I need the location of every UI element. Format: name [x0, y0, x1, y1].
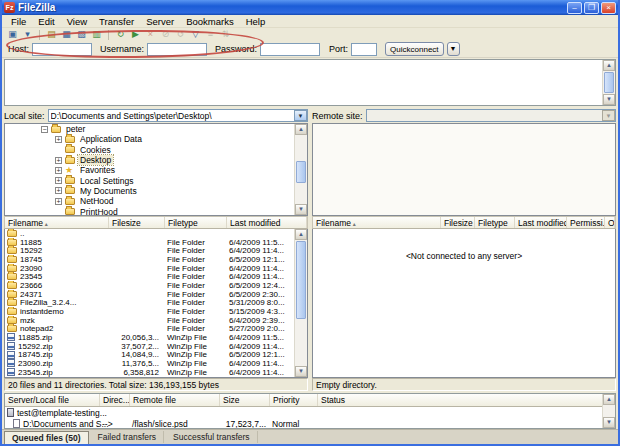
file-row[interactable]: 23666File Folder6/5/2009 12:4... [5, 281, 294, 290]
file-row[interactable]: 18745.zip14,084,9...WinZip File6/5/2009 … [5, 350, 294, 359]
close-button[interactable]: × [601, 2, 616, 14]
column-header-filename[interactable]: Filename ▴ [313, 217, 441, 228]
file-row[interactable]: notepad2File Folder5/27/2009 2:0... [5, 324, 294, 333]
column-header-permissi-[interactable]: Permissi... [567, 217, 605, 228]
file-row[interactable]: instantdemoFile Folder5/15/2009 4:3... [5, 307, 294, 316]
menu-server[interactable]: Server [141, 16, 179, 27]
local-tree-toggle-icon[interactable]: ▦ [60, 29, 73, 41]
column-header-last-modified[interactable]: Last modified [227, 217, 307, 228]
column-header-filetype[interactable]: Filetype [165, 217, 227, 228]
file-row[interactable]: 23545.zip6,358,812WinZip File6/4/2009 11… [5, 368, 294, 377]
scroll-thumb[interactable] [296, 241, 306, 319]
column-header-last-modified[interactable]: Last modified [515, 217, 567, 228]
scroll-up-icon[interactable]: ▲ [603, 60, 615, 71]
tree-expander-icon[interactable]: − [41, 126, 48, 133]
password-input[interactable] [260, 43, 320, 56]
minimize-button[interactable]: – [567, 2, 582, 14]
tree-item-peter[interactable]: −peter [5, 124, 307, 134]
menu-transfer[interactable]: Transfer [94, 16, 139, 27]
message-log-toggle-icon[interactable]: ▤ [45, 29, 58, 41]
tree-item-desktop[interactable]: +Desktop [5, 155, 307, 165]
file-row[interactable]: FileZilla_3.2.4...File Folder5/31/2009 8… [5, 298, 294, 307]
tree-expander-icon[interactable]: + [55, 167, 62, 174]
column-header-priority[interactable]: Priority [270, 394, 318, 406]
menu-file[interactable]: File [6, 16, 31, 27]
tree-item-cookies[interactable]: +Cookies [5, 145, 307, 155]
menu-help[interactable]: Help [241, 16, 271, 27]
queue-toggle-icon[interactable]: ▥ [90, 29, 103, 41]
message-log-scrollbar[interactable]: ▲ ▼ [602, 60, 615, 105]
file-row[interactable]: 23090.zip11,376,5...WinZip File6/4/2009 … [5, 359, 294, 368]
column-header-filesize[interactable]: Filesize [109, 217, 165, 228]
username-input[interactable] [147, 43, 207, 56]
column-header-size[interactable]: Size [220, 394, 270, 406]
file-row[interactable]: mzkFile Folder6/4/2009 2:39... [5, 316, 294, 325]
process-queue-icon[interactable]: ▶ [129, 29, 142, 41]
remote-tree-toggle-icon[interactable]: ▧ [75, 29, 88, 41]
file-row[interactable]: 11885.zip20,056,3...WinZip File6/4/2009 … [5, 333, 294, 342]
tree-expander-icon[interactable]: + [55, 187, 62, 194]
scroll-down-icon[interactable]: ▼ [603, 417, 615, 428]
tab-successful-transfers[interactable]: Successful transfers [166, 431, 258, 443]
site-manager-dropdown-icon[interactable]: ▾ [21, 29, 34, 41]
quickconnect-dropdown-icon[interactable]: ▼ [447, 42, 460, 56]
local-tree-scrollbar[interactable]: ▲ ▼ [294, 124, 307, 215]
tree-item-favorites[interactable]: +★Favorites [5, 165, 307, 175]
column-header-direc-[interactable]: Direc... [100, 394, 130, 406]
file-row[interactable]: 18745File Folder6/5/2009 12:1... [5, 255, 294, 264]
scroll-up-icon[interactable]: ▲ [603, 394, 615, 405]
scroll-up-icon[interactable]: ▲ [295, 229, 307, 240]
column-header-server-local-file[interactable]: Server/Local file [5, 394, 100, 406]
quickconnect-button[interactable]: Quickconnect [385, 42, 443, 56]
file-row[interactable]: 11885File Folder6/4/2009 11:5... [5, 238, 294, 247]
file-row[interactable]: 15292.zip37,507,2...WinZip File6/4/2009 … [5, 342, 294, 351]
tree-expander-icon[interactable]: + [55, 177, 62, 184]
column-header-filesize[interactable]: Filesize [441, 217, 475, 228]
tree-expander-icon[interactable]: + [55, 136, 62, 143]
maximize-button[interactable]: ❐ [584, 2, 599, 14]
menu-bookmarks[interactable]: Bookmarks [181, 16, 239, 27]
tab-queued-files-50-[interactable]: Queued files (50) [4, 431, 89, 444]
refresh-icon[interactable]: ↻ [114, 29, 127, 41]
port-input[interactable] [351, 43, 377, 56]
scroll-down-icon[interactable]: ▼ [603, 94, 615, 105]
scroll-thumb[interactable] [296, 161, 306, 183]
file-row[interactable]: 23545File Folder6/4/2009 11:4... [5, 272, 294, 281]
file-row[interactable]: .. [5, 229, 294, 238]
file-row[interactable]: 23666.zip2,784,852WinZip File6/5/2009 12… [5, 376, 294, 378]
tree-expander-icon[interactable]: + [55, 157, 62, 164]
scroll-track[interactable] [295, 240, 307, 366]
local-site-combobox[interactable]: D:\Documents and Settings\peter\Desktop\… [48, 109, 308, 122]
local-list-scrollbar[interactable]: ▲ ▼ [294, 229, 307, 377]
tree-item-application-data[interactable]: +Application Data [5, 134, 307, 144]
tree-expander-icon[interactable]: + [55, 198, 62, 205]
site-manager-icon[interactable]: ▣ [6, 29, 19, 41]
queue-server-row[interactable]: test@template-testing... [5, 407, 602, 418]
host-input[interactable] [32, 43, 92, 56]
file-row[interactable]: 24371File Folder6/5/2009 2:30... [5, 290, 294, 299]
queue-scrollbar[interactable]: ▲ ▼ [602, 394, 615, 428]
column-header-remote-file[interactable]: Remote file [130, 394, 220, 406]
tree-item-my-documents[interactable]: +My Documents [5, 186, 307, 196]
file-row[interactable]: 15292File Folder6/4/2009 11:4... [5, 246, 294, 255]
tab-failed-transfers[interactable]: Failed transfers [91, 431, 165, 443]
column-header-status[interactable]: Status [318, 394, 615, 406]
tree-item-local-settings[interactable]: +Local Settings [5, 175, 307, 185]
scroll-thumb[interactable] [604, 72, 614, 93]
column-header-filename[interactable]: Filename ▴ [5, 217, 109, 228]
queue-file-row[interactable]: D:\Documents and S...-->/flash/slice.psd… [5, 418, 602, 428]
scroll-track[interactable] [295, 135, 307, 204]
scroll-down-icon[interactable]: ▼ [295, 204, 307, 215]
tree-item-printhood[interactable]: +PrintHood [5, 206, 307, 216]
combo-dropdown-icon[interactable]: ▼ [294, 110, 307, 121]
menu-view[interactable]: View [62, 16, 92, 27]
filter-icon[interactable]: ▽ [189, 29, 202, 41]
scroll-down-icon[interactable]: ▼ [295, 366, 307, 377]
column-header-owner-[interactable]: Owner/... [605, 217, 615, 228]
scroll-track[interactable] [603, 405, 615, 417]
column-header-filetype[interactable]: Filetype [475, 217, 515, 228]
tree-item-nethood[interactable]: +NetHood [5, 196, 307, 206]
file-row[interactable]: 23090File Folder6/4/2009 11:4... [5, 264, 294, 273]
menu-edit[interactable]: Edit [33, 16, 59, 27]
scroll-up-icon[interactable]: ▲ [295, 124, 307, 135]
